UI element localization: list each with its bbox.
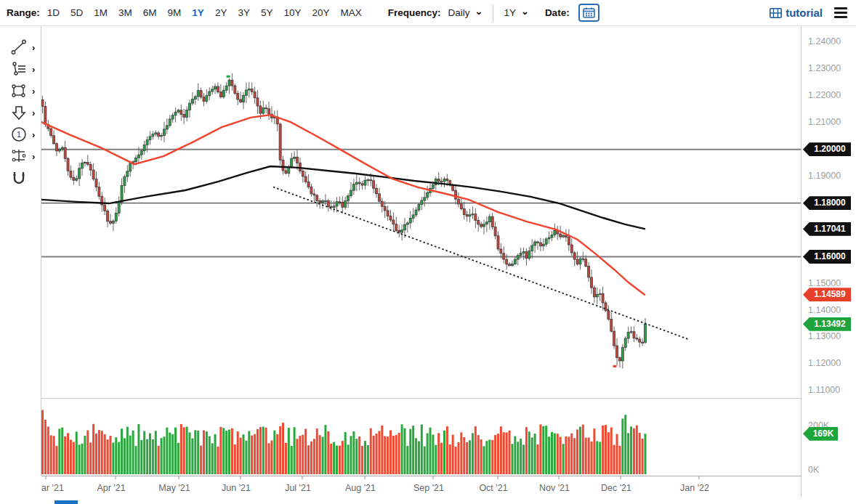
- hamburger-menu-icon[interactable]: [833, 6, 849, 20]
- brand-logo[interactable]: tutorial: [770, 7, 823, 19]
- scrollbar-thumb[interactable]: [54, 500, 78, 504]
- arrow-tool-icon: [10, 104, 28, 121]
- price-tick-label: 1.21000: [808, 117, 841, 127]
- range-option-1y[interactable]: 1Y: [192, 7, 204, 18]
- volume-tick-label: 0K: [808, 465, 819, 475]
- drawing-tools-sidebar: ››››1››: [0, 26, 41, 476]
- chevron-down-icon[interactable]: ⌄: [521, 6, 529, 17]
- sidebar-tool-annotation-list-tool[interactable]: ›: [10, 60, 35, 78]
- submenu-chevron-icon[interactable]: ›: [32, 151, 35, 162]
- submenu-chevron-icon[interactable]: ›: [32, 129, 35, 140]
- sidebar-tool-shape-tool[interactable]: ›: [10, 81, 35, 100]
- range-option-2y[interactable]: 2Y: [215, 7, 227, 18]
- svg-text:Oct '21: Oct '21: [479, 483, 507, 493]
- price-badge-ma-slow-last: 1.17041: [803, 222, 851, 236]
- svg-text:May '21: May '21: [158, 483, 190, 493]
- price-tick-label: 1.13000: [808, 331, 841, 341]
- sidebar-tool-fibonacci-tool[interactable]: ›: [10, 147, 35, 166]
- range-label: Range:: [7, 7, 40, 18]
- price-badge-last-price: 1.13492: [803, 317, 851, 331]
- price-badge-horizontal-line: 1.20000: [803, 142, 851, 156]
- sidebar-tool-trend-line-tool[interactable]: ›: [10, 38, 35, 57]
- number-label-tool-icon: 1: [10, 126, 28, 143]
- price-badge-horizontal-line: 1.18000: [803, 196, 851, 210]
- range-option-1d[interactable]: 1D: [47, 7, 60, 18]
- chevron-down-icon[interactable]: ⌄: [475, 6, 483, 17]
- range-option-9m[interactable]: 9M: [168, 7, 182, 18]
- range-selector: 1D5D1M3M6M9M1Y2Y3Y5Y10Y20YMAX: [47, 7, 362, 18]
- brand-name: tutorial: [786, 7, 823, 19]
- sidebar-tool-arrow-tool[interactable]: ›: [10, 103, 35, 122]
- annotation-list-tool-icon: [10, 60, 28, 78]
- price-tick-label: 1.11000: [808, 385, 840, 395]
- range-option-max[interactable]: MAX: [340, 7, 361, 18]
- magnet-tool-icon: [10, 169, 28, 187]
- price-tick-label: 1.19000: [808, 171, 841, 181]
- calendar-icon: [583, 7, 595, 18]
- frequency-dropdown[interactable]: Daily: [448, 7, 470, 18]
- toolbar-divider: [493, 4, 493, 22]
- price-chart[interactable]: ar '21Apr '21May '21Jun '21Jul '21Aug '2…: [0, 0, 856, 504]
- range-option-20y[interactable]: 20Y: [312, 7, 329, 18]
- range-option-1m[interactable]: 1M: [94, 7, 108, 18]
- price-tick-label: 1.12000: [808, 358, 841, 368]
- submenu-chevron-icon[interactable]: ›: [32, 64, 35, 75]
- period-dropdown[interactable]: 1Y: [504, 7, 516, 18]
- svg-text:Jul '21: Jul '21: [285, 483, 311, 493]
- date-picker-button[interactable]: [578, 4, 599, 22]
- price-badge-ma-fast-last: 1.14589: [803, 288, 851, 301]
- price-tick-label: 1.14000: [808, 305, 841, 315]
- svg-text:Apr '21: Apr '21: [97, 483, 125, 493]
- sidebar-tool-number-label-tool[interactable]: 1›: [10, 125, 35, 144]
- svg-text:Sep '21: Sep '21: [413, 483, 444, 493]
- price-tick-label: 1.23000: [808, 63, 841, 73]
- price-tick-label: 1.22000: [808, 90, 841, 100]
- brand-logo-icon: [770, 8, 782, 18]
- svg-text:Aug '21: Aug '21: [345, 483, 376, 493]
- frequency-label: Frequency:: [388, 7, 441, 18]
- fibonacci-tool-icon: [10, 147, 28, 165]
- charting-app: Range: 1D5D1M3M6M9M1Y2Y3Y5Y10Y20YMAX Fre…: [0, 0, 856, 504]
- price-tick-label: 1.15000: [808, 278, 841, 288]
- svg-text:Dec '21: Dec '21: [601, 483, 631, 493]
- range-option-6m[interactable]: 6M: [143, 7, 157, 18]
- svg-text:Jun '21: Jun '21: [222, 483, 251, 493]
- price-axis: 1.240001.230001.220001.210001.190001.150…: [802, 26, 856, 504]
- range-option-3y[interactable]: 3Y: [238, 7, 250, 18]
- submenu-chevron-icon[interactable]: ›: [32, 107, 35, 118]
- price-badge-horizontal-line: 1.16000: [803, 250, 851, 264]
- submenu-chevron-icon[interactable]: ›: [32, 86, 35, 97]
- date-label: Date:: [545, 7, 570, 18]
- trend-line-tool-icon: [10, 38, 28, 56]
- volume-badge: 169K: [803, 427, 838, 441]
- price-tick-label: 1.24000: [808, 36, 841, 46]
- range-option-10y[interactable]: 10Y: [283, 7, 301, 18]
- range-option-3m[interactable]: 3M: [118, 7, 132, 18]
- shape-tool-icon: [10, 82, 28, 99]
- svg-text:Nov '21: Nov '21: [539, 483, 570, 493]
- submenu-chevron-icon[interactable]: ›: [32, 42, 35, 53]
- range-option-5d[interactable]: 5D: [70, 7, 83, 18]
- svg-text:1: 1: [17, 130, 21, 139]
- svg-text:Jan '22: Jan '22: [680, 483, 709, 493]
- top-toolbar: Range: 1D5D1M3M6M9M1Y2Y3Y5Y10Y20YMAX Fre…: [0, 0, 856, 25]
- range-option-5y[interactable]: 5Y: [261, 7, 273, 18]
- svg-text:ar '21: ar '21: [41, 483, 64, 493]
- sidebar-tool-magnet-tool[interactable]: [10, 168, 28, 187]
